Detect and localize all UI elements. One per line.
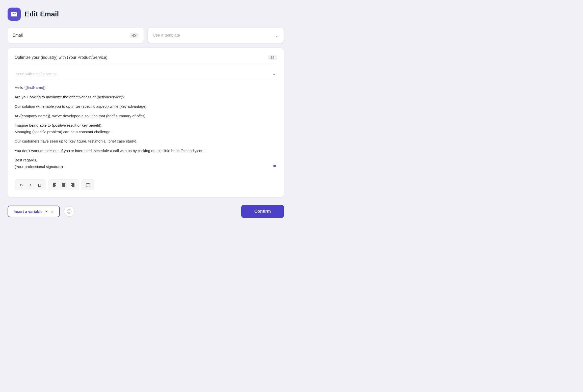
subject-row: Optimize your (industry) with (Your Prod… [15, 55, 277, 64]
body-line-4: At {{company name}}, we've developed a s… [15, 113, 277, 119]
chevron-down-icon [44, 209, 48, 213]
italic-button[interactable]: I [26, 181, 34, 189]
text-format-group: B I U [15, 179, 46, 190]
svg-point-16 [86, 186, 87, 187]
firstname-variable: {{firstName}}, [24, 85, 46, 90]
subject-badge: 26 [268, 55, 277, 60]
confirm-button[interactable]: Confirm [241, 205, 284, 218]
email-body[interactable]: Hello {{firstName}}, Are you looking to … [15, 84, 277, 170]
page-title: Edit Email [25, 10, 59, 18]
cursor-dot [273, 165, 276, 167]
svg-rect-11 [72, 186, 74, 187]
svg-rect-5 [62, 184, 65, 185]
list-button[interactable] [84, 181, 92, 189]
insert-variable-label: Insert a variable [14, 209, 42, 214]
body-line-7: You don't want to miss out. If you're in… [15, 148, 277, 154]
template-selector-placeholder: Use a template [153, 33, 180, 38]
align-left-button[interactable] [50, 181, 59, 189]
svg-rect-1 [53, 184, 55, 185]
align-center-icon [62, 183, 66, 187]
align-left-icon [52, 183, 57, 187]
svg-rect-3 [53, 186, 55, 187]
align-center-button[interactable] [60, 181, 68, 189]
body-line-5: Imagine being able to (positive result o… [15, 122, 277, 135]
svg-rect-7 [62, 186, 65, 187]
svg-rect-2 [53, 185, 56, 186]
emoji-button[interactable] [64, 206, 74, 217]
body-greeting: Hello {{firstName}}, [15, 84, 277, 91]
email-editor: Optimize your (industry) with (Your Prod… [8, 48, 284, 197]
svg-point-20 [70, 211, 70, 211]
svg-rect-8 [71, 183, 74, 184]
svg-point-12 [86, 183, 87, 184]
top-controls: Email 45 Use a template ⌄ [8, 28, 284, 43]
svg-rect-13 [87, 183, 90, 184]
insert-variable-button[interactable]: Insert a variable ⌄ [8, 206, 60, 217]
email-tab-badge: 45 [129, 33, 139, 38]
body-signature: Best regards,(Your professional signatur… [15, 157, 277, 170]
app-icon [8, 8, 21, 21]
svg-rect-10 [71, 185, 74, 186]
list-group [81, 179, 94, 190]
email-tab[interactable]: Email 45 [8, 28, 144, 43]
page-header: Edit Email [8, 8, 284, 21]
svg-rect-17 [87, 186, 90, 186]
bottom-bar: Insert a variable ⌄ Confirm [8, 202, 284, 218]
underline-button[interactable]: U [35, 181, 43, 189]
body-line-2: Are you looking to maximize the effectiv… [15, 94, 277, 100]
bottom-left-controls: Insert a variable ⌄ [8, 206, 74, 217]
editor-toolbar: B I U [15, 175, 277, 190]
align-right-button[interactable] [69, 181, 77, 189]
svg-rect-0 [53, 183, 56, 184]
body-line-3: Our solution will enable you to optimize… [15, 103, 277, 110]
bold-button[interactable]: B [17, 181, 25, 189]
svg-point-14 [86, 185, 87, 185]
svg-rect-9 [72, 184, 74, 185]
send-account-placeholder: Send with email account... [16, 72, 60, 76]
template-selector[interactable]: Use a template ⌄ [148, 28, 284, 43]
align-right-icon [71, 183, 75, 187]
svg-rect-6 [62, 185, 65, 186]
list-icon [86, 183, 90, 187]
send-account-row[interactable]: Send with email account... ⌄ [15, 68, 277, 79]
svg-point-18 [67, 209, 71, 214]
emoji-icon [67, 209, 72, 214]
svg-rect-4 [62, 183, 65, 184]
chevron-down-icon: ⌄ [275, 33, 279, 38]
subject-text[interactable]: Optimize your (industry) with (Your Prod… [15, 55, 108, 60]
align-group [48, 179, 79, 190]
body-line-6: Our customers have seen up to (key figur… [15, 138, 277, 145]
svg-rect-15 [87, 185, 90, 185]
email-tab-label: Email [13, 33, 23, 38]
email-icon [11, 11, 18, 18]
send-account-chevron-icon: ⌄ [272, 71, 276, 76]
svg-point-19 [68, 211, 69, 211]
